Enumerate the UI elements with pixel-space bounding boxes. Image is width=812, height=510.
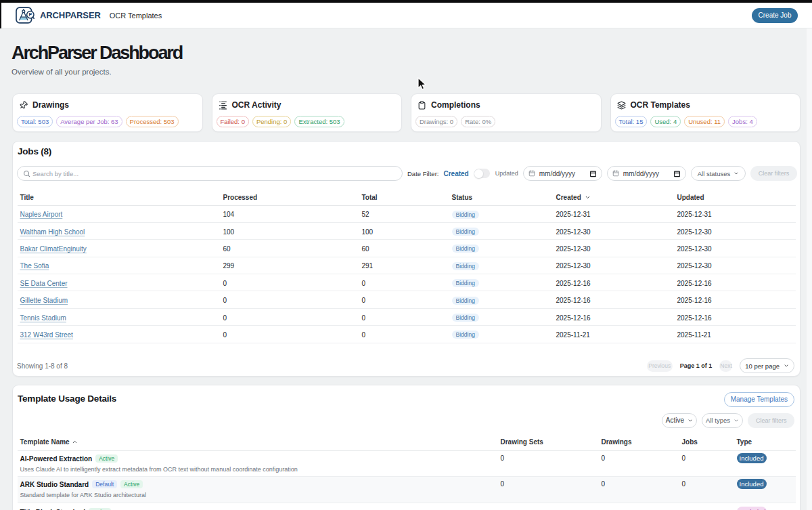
svg-text:P: P: [28, 12, 32, 18]
